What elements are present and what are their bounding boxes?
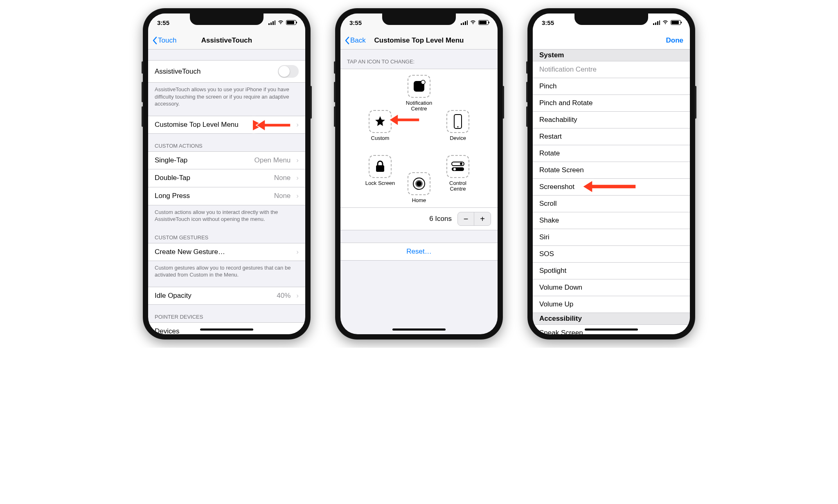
chevron-right-icon: › (296, 174, 299, 182)
row-value: None (274, 192, 291, 200)
stepper-plus[interactable]: + (474, 212, 491, 225)
section-prompt: TAP AN ICON TO CHANGE: (340, 50, 498, 69)
idle-opacity-row[interactable]: Idle Opacity 40%› (148, 287, 305, 305)
footer-text: Custom actions allow you to interact dir… (148, 205, 305, 225)
toggle-switch[interactable] (278, 65, 299, 78)
list-item[interactable]: Reachability (533, 112, 690, 128)
list-item[interactable]: Shake (533, 212, 690, 229)
footer-text: Custom gestures allow you to record gest… (148, 261, 305, 281)
row-label: AssistiveTouch (155, 68, 200, 76)
reset-label: Reset… (406, 248, 431, 256)
list-item[interactable]: Pinch (533, 78, 690, 95)
chevron-right-icon: › (296, 192, 299, 200)
icon-label: Notification Centre (403, 100, 435, 112)
wifi-icon (277, 19, 284, 26)
create-gesture-row[interactable]: Create New Gesture… › (148, 243, 305, 261)
icon-label: Custom (364, 135, 396, 141)
devices-row[interactable]: Devices › (148, 322, 305, 334)
arrow-annotation-icon (253, 117, 294, 133)
row-label: Double-Tap (155, 174, 190, 182)
list-item[interactable]: Pinch and Rotate (533, 95, 690, 112)
notification-centre-icon (412, 79, 426, 93)
long-press-row[interactable]: Long Press None› (148, 187, 305, 205)
stepper: − + (457, 212, 491, 226)
menu-icon-home[interactable]: Home (403, 172, 435, 203)
chevron-right-icon: › (296, 292, 299, 300)
battery-icon (478, 20, 489, 25)
status-time: 3:55 (157, 19, 169, 26)
svg-point-11 (460, 163, 462, 165)
menu-icon-notification[interactable]: Notification Centre (403, 75, 435, 112)
count-label: 6 Icons (429, 215, 452, 223)
signal-icon (653, 20, 660, 25)
reset-button[interactable]: Reset… (340, 243, 498, 261)
chevron-right-icon: › (296, 248, 299, 256)
section-header: CUSTOM ACTIONS (148, 134, 305, 151)
customise-menu-row[interactable]: Customise Top Level Menu › (148, 116, 305, 134)
phone-frame-3: 3:55 Done System Notification Centre Pin… (527, 8, 695, 340)
navbar: Done (533, 32, 690, 50)
menu-icon-custom[interactable]: Custom (364, 110, 396, 141)
section-header-system: System (533, 50, 690, 61)
row-label: Long Press (155, 192, 190, 200)
navbar: Back Customise Top Level Menu (340, 32, 498, 50)
row-label: Single-Tap (155, 156, 187, 164)
double-tap-row[interactable]: Double-Tap None› (148, 169, 305, 187)
device-icon (454, 114, 462, 129)
list-item[interactable]: Speak Screen (533, 325, 690, 334)
icon-count-row: 6 Icons − + (340, 208, 498, 230)
row-label: Idle Opacity (155, 292, 191, 300)
list-item[interactable]: SOS (533, 246, 690, 263)
stepper-minus[interactable]: − (458, 212, 474, 225)
battery-icon (286, 20, 296, 25)
back-button[interactable]: Touch (152, 36, 176, 45)
row-value: None (274, 174, 291, 182)
lock-icon (375, 160, 385, 173)
icon-label: Lock Screen (364, 180, 396, 186)
arrow-annotation-icon (386, 112, 423, 130)
arrow-annotation-icon (578, 179, 639, 194)
status-time: 3:55 (542, 19, 554, 26)
chevron-right-icon: › (296, 327, 299, 334)
phone-frame-1: 3:55 Touch AssistiveTouch AssistiveTouch… (143, 8, 311, 340)
row-label: Screenshot (539, 183, 574, 191)
chevron-right-icon: › (296, 156, 299, 164)
menu-icon-device[interactable]: Device (442, 110, 474, 141)
list-item[interactable]: Notification Centre (533, 61, 690, 78)
row-label: Create New Gesture… (155, 248, 225, 256)
list-item[interactable]: Spotlight (533, 263, 690, 279)
menu-icon-lock[interactable]: Lock Screen (364, 155, 396, 186)
back-label: Back (350, 36, 366, 45)
svg-rect-6 (376, 165, 384, 172)
wifi-icon (662, 19, 669, 26)
phone-frame-2: 3:55 Back Customise Top Level Menu TAP A… (335, 8, 503, 340)
icon-label: Device (442, 135, 474, 141)
chevron-right-icon: › (296, 121, 299, 129)
list-item[interactable]: Volume Up (533, 296, 690, 313)
list-item[interactable]: Rotate Screen (533, 162, 690, 179)
list-item[interactable]: Volume Down (533, 279, 690, 296)
row-value: Open Menu (254, 156, 291, 164)
chevron-left-icon (152, 36, 157, 45)
icon-label: Home (403, 198, 435, 203)
single-tap-row[interactable]: Single-Tap Open Menu› (148, 151, 305, 169)
assistivetouch-toggle-row[interactable]: AssistiveTouch (148, 60, 305, 83)
home-icon (412, 177, 426, 191)
control-centre-icon (451, 161, 465, 172)
menu-icon-control[interactable]: Control Centre (442, 155, 474, 192)
list-item[interactable]: Siri (533, 229, 690, 246)
signal-icon (461, 20, 468, 25)
battery-icon (671, 20, 681, 25)
back-label: Touch (158, 36, 176, 45)
navbar: Touch AssistiveTouch (148, 32, 305, 50)
list-item[interactable]: Scroll (533, 196, 690, 212)
back-button[interactable]: Back (345, 36, 366, 45)
list-item-screenshot[interactable]: Screenshot (533, 179, 690, 196)
signal-icon (268, 20, 275, 25)
done-button[interactable]: Done (666, 36, 684, 45)
list-item[interactable]: Restart (533, 128, 690, 145)
icon-label: Control Centre (442, 180, 474, 192)
list-item[interactable]: Rotate (533, 145, 690, 162)
section-header-accessibility: Accessibility (533, 313, 690, 325)
chevron-left-icon (345, 36, 349, 45)
